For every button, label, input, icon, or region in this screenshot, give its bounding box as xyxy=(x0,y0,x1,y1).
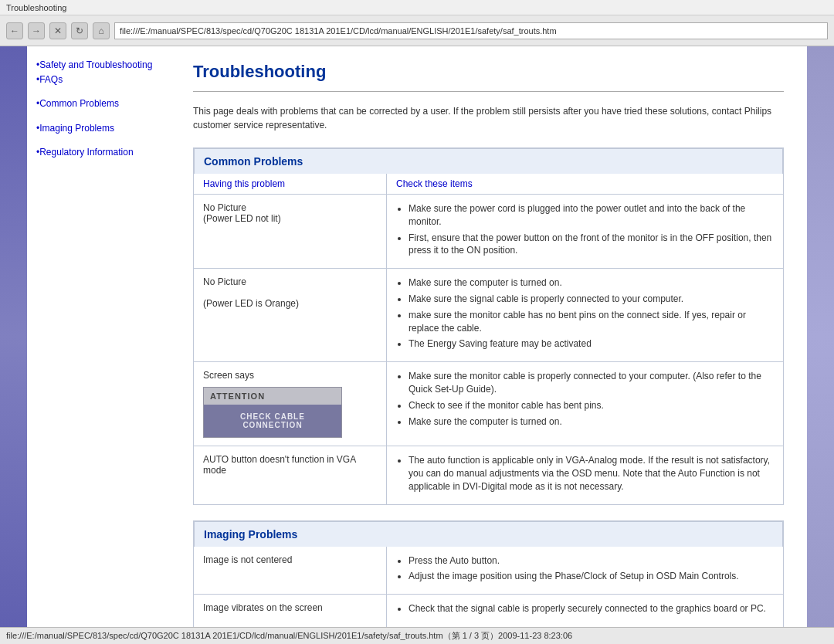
solution-cell: Check that the signal cable is properly … xyxy=(387,595,783,627)
status-bar-text: file:///E:/manual/SPEC/813/spec/cd/Q70G2… xyxy=(6,630,572,642)
solution-item: Make sure the power cord is plugged into… xyxy=(409,202,774,229)
problem-cell: AUTO button doesn't function in VGA mode xyxy=(194,446,387,503)
solution-item: make sure the monitor cable has no bent … xyxy=(409,309,774,335)
table-row: AUTO button doesn't function in VGA mode… xyxy=(194,446,783,503)
problem-cell: Screen says ATTENTION CHECK CABLE CONNEC… xyxy=(194,362,387,446)
solution-item: First, ensure that the power button on t… xyxy=(409,232,774,258)
sidebar-group-1: •Safety and Troubleshooting •FAQs xyxy=(36,58,161,87)
solution-item: Check to see if the monitor cable has be… xyxy=(409,399,774,412)
problem-cell: Image is not centered xyxy=(194,547,387,595)
left-panel xyxy=(0,46,27,627)
status-bar: file:///E:/manual/SPEC/813/spec/cd/Q70G2… xyxy=(0,627,834,644)
page-title: Troubleshooting xyxy=(193,62,784,82)
table-row: No Picture(Power LED not lit) Make sure … xyxy=(194,195,783,269)
solution-item: Make sure the computer is turned on. xyxy=(409,415,774,429)
table-row: Image is not centered Press the Auto but… xyxy=(194,547,783,595)
stop-button[interactable]: ✕ xyxy=(49,22,66,39)
home-button[interactable]: ⌂ xyxy=(93,22,110,39)
common-problems-header: Common Problems xyxy=(194,148,783,174)
main-layout: •Safety and Troubleshooting •FAQs •Commo… xyxy=(0,46,834,627)
content-area: Troubleshooting This page deals with pro… xyxy=(170,46,807,627)
solution-item: Adjust the image position using the Phas… xyxy=(409,570,774,583)
right-panel xyxy=(807,46,834,627)
table-row: Image vibrates on the screen Check that … xyxy=(194,595,783,627)
solution-cell: The auto function is applicable only in … xyxy=(387,446,783,503)
screen-says-label: Screen says xyxy=(203,370,254,381)
sidebar-link-regulatory[interactable]: •Regulatory Information xyxy=(36,145,161,160)
address-bar[interactable] xyxy=(114,22,828,39)
attention-body: CHECK CABLE CONNECTION xyxy=(204,405,341,437)
column-header-problem: Having this problem xyxy=(194,174,387,194)
solution-item: Make sure the computer is turned on. xyxy=(409,276,774,290)
solution-cell: Make sure the monitor cable is properly … xyxy=(387,362,783,446)
solution-item: Make sure the monitor cable is properly … xyxy=(409,370,774,396)
solution-item: Make sure the signal cable is properly c… xyxy=(409,293,774,306)
sidebar: •Safety and Troubleshooting •FAQs •Commo… xyxy=(27,46,170,627)
table-row: No Picture(Power LED is Orange) Make sur… xyxy=(194,269,783,362)
common-problems-section: Common Problems Having this problem Chec… xyxy=(193,147,784,505)
attention-box: ATTENTION CHECK CABLE CONNECTION xyxy=(203,387,342,438)
table-row: Screen says ATTENTION CHECK CABLE CONNEC… xyxy=(194,362,783,446)
solution-cell: Make sure the computer is turned on. Mak… xyxy=(387,269,783,361)
solution-cell: Make sure the power cord is plugged into… xyxy=(387,195,783,268)
sidebar-link-faqs[interactable]: •FAQs xyxy=(36,73,161,87)
sidebar-group-3: •Imaging Problems xyxy=(36,121,161,136)
sidebar-link-safety[interactable]: •Safety and Troubleshooting xyxy=(36,58,161,73)
solution-item: Check that the signal cable is properly … xyxy=(409,602,774,615)
sidebar-link-common[interactable]: •Common Problems xyxy=(36,97,161,111)
intro-text: This page deals with problems that can b… xyxy=(193,104,784,132)
refresh-button[interactable]: ↻ xyxy=(71,22,88,39)
problem-cell: No Picture(Power LED is Orange) xyxy=(194,269,387,361)
column-header-solution: Check these items xyxy=(387,174,783,194)
browser-chrome: ← → ✕ ↻ ⌂ xyxy=(0,15,834,46)
title-bar: Troubleshooting xyxy=(0,0,834,15)
solution-item: The Energy Saving feature may be activat… xyxy=(409,337,774,351)
solution-item: Press the Auto button. xyxy=(409,554,774,568)
title-divider xyxy=(193,91,784,92)
solution-cell: Press the Auto button. Adjust the image … xyxy=(387,547,783,595)
solution-item: The auto function is applicable only in … xyxy=(409,454,774,493)
forward-button[interactable]: → xyxy=(28,22,45,39)
sidebar-group-2: •Common Problems xyxy=(36,97,161,111)
imaging-problems-header: Imaging Problems xyxy=(194,521,783,547)
problem-cell: No Picture(Power LED not lit) xyxy=(194,195,387,268)
back-button[interactable]: ← xyxy=(6,22,23,39)
table-header-row: Having this problem Check these items xyxy=(194,174,783,195)
sidebar-link-imaging[interactable]: •Imaging Problems xyxy=(36,121,161,136)
attention-header: ATTENTION xyxy=(204,388,341,405)
imaging-problems-section: Imaging Problems Image is not centered P… xyxy=(193,520,784,627)
title-bar-text: Troubleshooting xyxy=(6,3,66,12)
sidebar-group-4: •Regulatory Information xyxy=(36,145,161,160)
problem-cell: Image vibrates on the screen xyxy=(194,595,387,627)
